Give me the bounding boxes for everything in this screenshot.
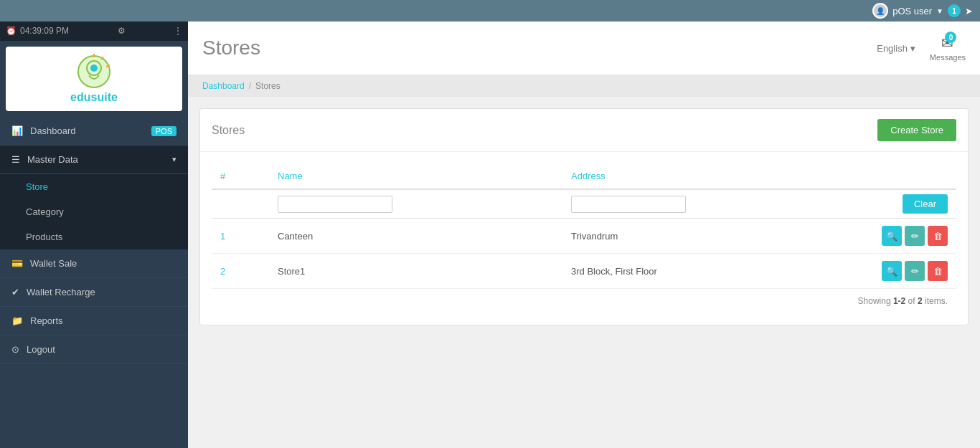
messages-badge: 0 <box>945 32 956 43</box>
page-title: Stores <box>202 37 260 59</box>
filter-name-input[interactable] <box>278 196 392 213</box>
sidebar-item-wallet-recharge[interactable]: ✔ Wallet Recharge <box>0 278 188 307</box>
row1-address: Trivandrum <box>562 219 856 254</box>
products-label: Products <box>26 232 62 242</box>
sidebar-item-wallet-sale[interactable]: 💳 Wallet Sale <box>0 249 188 278</box>
sidebar-item-label-logout: Logout <box>27 344 55 355</box>
dots-icon[interactable]: ⋮ <box>174 26 182 36</box>
category-label: Category <box>26 206 64 217</box>
logo-part2: suite <box>91 91 118 103</box>
time-display: 04:39:09 PM <box>20 26 69 36</box>
table-container: # Name Address <box>200 152 968 325</box>
gear-icon[interactable]: ⚙ <box>118 26 126 36</box>
breadcrumb-separator: / <box>249 81 251 91</box>
user-dropdown-arrow[interactable]: ▼ <box>936 7 943 15</box>
row1-edit-button[interactable]: ✏ <box>905 226 925 246</box>
breadcrumb: Dashboard / Stores <box>188 75 980 97</box>
avatar: 👤 <box>872 3 888 19</box>
row2-num: 2 <box>212 254 269 289</box>
page-header: Stores English ▾ ✉ 0 Messages <box>188 22 980 75</box>
card-title: Stores <box>212 124 245 137</box>
filter-address-input[interactable] <box>571 196 686 213</box>
sidebar-item-reports[interactable]: 📁 Reports <box>0 307 188 335</box>
sidebar-item-label-wallet-recharge: Wallet Recharge <box>27 287 95 297</box>
stores-table: # Name Address <box>212 163 956 289</box>
wallet-sale-icon: 💳 <box>11 258 23 269</box>
top-bar: 👤 pOS user ▼ 1 ➤ <box>0 0 980 22</box>
sidebar-item-label-wallet-sale: Wallet Sale <box>30 258 77 269</box>
breadcrumb-current: Stores <box>255 81 281 91</box>
arrow-right-icon: ➤ <box>965 6 973 16</box>
stores-card: Stores Create Store # Name Address <box>199 108 969 325</box>
row2-view-button[interactable]: 🔍 <box>882 261 902 281</box>
logo-part1: edu <box>70 91 90 103</box>
row2-address: 3rd Block, First Floor <box>562 254 856 289</box>
store-label: Store <box>26 181 48 192</box>
showing-prefix: Showing <box>858 296 893 306</box>
table-row: 2 Store1 3rd Block, First Floor 🔍 ✏ 🗑 <box>212 254 956 289</box>
row1-num: 1 <box>212 219 269 254</box>
col-actions <box>856 163 956 189</box>
showing-total: 2 <box>918 296 923 306</box>
messages-button[interactable]: ✉ 0 Messages <box>930 34 966 62</box>
create-store-button[interactable]: Create Store <box>877 119 956 141</box>
language-selector[interactable]: English ▾ <box>877 43 915 54</box>
clear-button[interactable]: Clear <box>903 194 948 214</box>
content-area: Stores English ▾ ✉ 0 Messages Dashboard … <box>188 22 980 448</box>
showing-suffix: items. <box>923 296 948 306</box>
row1-view-button[interactable]: 🔍 <box>882 226 902 246</box>
table-header-row: # Name Address <box>212 163 956 189</box>
row2-delete-button[interactable]: 🗑 <box>928 261 948 281</box>
top-bar-user: 👤 pOS user ▼ 1 ➤ <box>872 3 973 19</box>
language-label: English <box>877 43 908 54</box>
sidebar: ⏰ 04:39:09 PM ⚙ ⋮ edusuite <box>0 22 188 448</box>
sidebar-item-dashboard[interactable]: 📊 Dashboard POS <box>0 117 188 146</box>
breadcrumb-dashboard[interactable]: Dashboard <box>202 81 245 91</box>
sidebar-item-label-reports: Reports <box>30 315 63 326</box>
sidebar-item-logout[interactable]: ⊙ Logout <box>0 335 188 364</box>
showing-range: 1-2 <box>893 296 905 306</box>
sidebar-item-label-dashboard: Dashboard <box>30 125 76 136</box>
chevron-down-icon: ▾ <box>172 155 176 164</box>
master-data-icon: ☰ <box>11 154 20 165</box>
reports-icon: 📁 <box>11 315 23 326</box>
filter-address-cell <box>562 189 856 219</box>
row2-actions: 🔍 ✏ 🗑 <box>856 254 956 289</box>
sidebar-item-store[interactable]: Store <box>0 174 188 199</box>
row1-actions: 🔍 ✏ 🗑 <box>856 219 956 254</box>
col-name: Name <box>269 163 562 189</box>
messages-label: Messages <box>930 53 966 62</box>
clock-icon: ⏰ <box>6 26 17 36</box>
logout-icon: ⊙ <box>11 344 19 355</box>
sidebar-nav: 📊 Dashboard POS ☰ Master Data ▾ Store Ca… <box>0 117 188 448</box>
pos-badge: POS <box>151 126 176 136</box>
row2-edit-button[interactable]: ✏ <box>905 261 925 281</box>
row1-delete-button[interactable]: 🗑 <box>928 226 948 246</box>
sidebar-item-master-data[interactable]: ☰ Master Data ▾ <box>0 146 188 174</box>
wallet-recharge-icon: ✔ <box>11 287 19 297</box>
filter-name-cell <box>269 189 562 219</box>
card-header: Stores Create Store <box>200 109 968 152</box>
showing-text: Showing 1-2 of 2 items. <box>212 289 956 313</box>
clock-section: ⏰ 04:39:09 PM <box>6 26 69 36</box>
notification-badge[interactable]: 1 <box>948 4 961 17</box>
username-label: pOS user <box>892 6 932 16</box>
logo-text: edusuite <box>70 91 118 104</box>
sidebar-item-products[interactable]: Products <box>0 224 188 249</box>
sidebar-item-category[interactable]: Category <box>0 199 188 224</box>
filter-row: Clear <box>212 189 956 219</box>
language-dropdown-arrow: ▾ <box>910 43 915 54</box>
col-address: Address <box>562 163 856 189</box>
filter-num-cell <box>212 189 269 219</box>
dashboard-icon: 📊 <box>11 125 23 136</box>
row2-name: Store1 <box>269 254 562 289</box>
sidebar-header: ⏰ 04:39:09 PM ⚙ ⋮ <box>0 22 188 41</box>
main-content: Stores Create Store # Name Address <box>188 97 980 448</box>
showing-of: of <box>905 296 918 306</box>
page-header-right: English ▾ ✉ 0 Messages <box>877 34 966 62</box>
filter-action-cell: Clear <box>856 189 956 219</box>
logo-icon <box>76 54 112 90</box>
svg-point-5 <box>90 65 98 72</box>
sub-nav-master-data: Store Category Products <box>0 174 188 249</box>
sidebar-item-label-master-data: Master Data <box>27 154 78 165</box>
